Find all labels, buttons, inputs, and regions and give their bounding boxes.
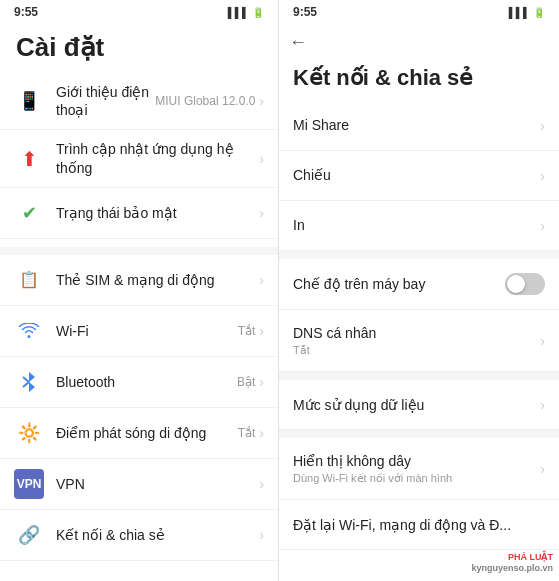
svg-line-0 (23, 377, 29, 382)
sim-label: Thẻ SIM & mạng di động (56, 271, 259, 289)
chevron-icon: › (259, 205, 264, 221)
separator-1 (0, 247, 278, 255)
connect-share-icon: 🔗 (14, 520, 44, 550)
sim-icon: 📋 (14, 265, 44, 295)
bluetooth-label: Bluetooth (56, 373, 237, 391)
toggle-knob (507, 275, 525, 293)
settings-section-2: 📋 Thẻ SIM & mạng di động › (0, 255, 278, 561)
settings-section-1: 📱 Giới thiệu điệnthoại MIUI Global 12.0.… (0, 73, 278, 239)
chevron-icon: › (540, 397, 545, 413)
chevron-icon: › (259, 323, 264, 339)
right-item-reset-wifi[interactable]: Đặt lại Wi-Fi, mạng di động và Đ... (279, 500, 559, 550)
chevron-icon: › (259, 374, 264, 390)
watermark-url: kynguyenso.plo.vn (471, 563, 553, 573)
right-item-print[interactable]: In › (279, 201, 559, 251)
connect-share-label: Kết nối & chia sẻ (56, 526, 259, 544)
airplane-label: Chế độ trên máy bay (293, 275, 505, 293)
settings-item-sim[interactable]: 📋 Thẻ SIM & mạng di động › (0, 255, 278, 306)
left-status-icons: ▌▌▌ 🔋 (228, 7, 264, 18)
wireless-label: Hiển thị không dây (293, 452, 540, 470)
right-separator-2 (279, 372, 559, 380)
right-item-dns[interactable]: DNS cá nhân Tắt › (279, 310, 559, 372)
wifi-status: Tắt (238, 324, 256, 338)
mi-share-label: Mi Share (293, 116, 540, 134)
back-button[interactable]: ← (289, 28, 315, 57)
right-signal-icon: ▌▌▌ (509, 7, 530, 18)
battery-icon: 🔋 (252, 7, 264, 18)
data-usage-label: Mức sử dụng dữ liệu (293, 396, 540, 414)
cast-label: Chiếu (293, 166, 540, 184)
page-title: Cài đặt (0, 24, 278, 73)
right-separator-1 (279, 251, 559, 259)
right-item-airplane[interactable]: Chế độ trên máy bay (279, 259, 559, 310)
settings-item-wifi[interactable]: Wi-Fi Tắt › (0, 306, 278, 357)
app-update-label: Trình cập nhật ứng dụng hệthống (56, 140, 259, 176)
hotspot-status: Tắt (238, 426, 256, 440)
hotspot-icon: 🔆 (14, 418, 44, 448)
print-label: In (293, 216, 540, 234)
vpn-label: VPN (56, 475, 259, 493)
security-icon: ✔ (14, 198, 44, 228)
settings-item-bluetooth[interactable]: Bluetooth Bật › (0, 357, 278, 408)
signal-icon: ▌▌▌ (228, 7, 249, 18)
right-separator-3 (279, 430, 559, 438)
chevron-icon: › (259, 527, 264, 543)
watermark: PHÁ LUẬT kynguyenso.plo.vn (471, 552, 553, 575)
right-item-data-usage[interactable]: Mức sử dụng dữ liệu › (279, 380, 559, 430)
chevron-icon: › (540, 118, 545, 134)
settings-item-security[interactable]: ✔ Trạng thái bảo mật › (0, 188, 278, 239)
right-item-mi-share[interactable]: Mi Share › (279, 101, 559, 151)
right-item-cast[interactable]: Chiếu › (279, 151, 559, 201)
right-status-bar: 9:55 ▌▌▌ 🔋 (279, 0, 559, 24)
vpn-icon: VPN (14, 469, 44, 499)
settings-list: 📱 Giới thiệu điệnthoại MIUI Global 12.0.… (0, 73, 278, 581)
settings-item-hotspot[interactable]: 🔆 Điểm phát sóng di động Tắt › (0, 408, 278, 459)
dns-label: DNS cá nhân (293, 324, 540, 342)
chevron-icon: › (540, 461, 545, 477)
settings-item-app-update[interactable]: ⬆ Trình cập nhật ứng dụng hệthống › (0, 130, 278, 187)
chevron-icon: › (540, 333, 545, 349)
left-time: 9:55 (14, 5, 38, 19)
right-header: ← (279, 24, 559, 61)
dns-sub: Tắt (293, 344, 540, 357)
wireless-sub: Dùng Wi-Fi kết nối với màn hình (293, 472, 540, 485)
svg-line-1 (23, 382, 29, 387)
phone-intro-label: Giới thiệu điệnthoại (56, 83, 155, 119)
watermark-brand: PHÁ LUẬT (508, 552, 553, 562)
settings-item-phone-intro[interactable]: 📱 Giới thiệu điệnthoại MIUI Global 12.0.… (0, 73, 278, 130)
security-label: Trạng thái bảo mật (56, 204, 259, 222)
phone-intro-value: MIUI Global 12.0.0 (155, 94, 255, 108)
wifi-icon (14, 316, 44, 346)
chevron-icon: › (540, 168, 545, 184)
right-title: Kết nối & chia sẻ (279, 61, 559, 101)
reset-wifi-label: Đặt lại Wi-Fi, mạng di động và Đ... (293, 516, 545, 534)
left-panel: 9:55 ▌▌▌ 🔋 Cài đặt 📱 Giới thiệu điệnthoạ… (0, 0, 279, 581)
phone-icon: 📱 (14, 86, 44, 116)
right-item-wireless[interactable]: Hiển thị không dây Dùng Wi-Fi kết nối vớ… (279, 438, 559, 500)
right-status-icons: ▌▌▌ 🔋 (509, 7, 545, 18)
wifi-label: Wi-Fi (56, 322, 238, 340)
chevron-icon: › (259, 93, 264, 109)
bluetooth-status: Bật (237, 375, 255, 389)
airplane-toggle[interactable] (505, 273, 545, 295)
settings-item-vpn[interactable]: VPN VPN › (0, 459, 278, 510)
chevron-icon: › (259, 272, 264, 288)
chevron-icon: › (540, 218, 545, 234)
right-panel: 9:55 ▌▌▌ 🔋 ← Kết nối & chia sẻ Mi Share … (279, 0, 559, 581)
right-time: 9:55 (293, 5, 317, 19)
update-icon: ⬆ (14, 144, 44, 174)
left-status-bar: 9:55 ▌▌▌ 🔋 (0, 0, 278, 24)
right-list: Mi Share › Chiếu › In › Chế độ trên máy … (279, 101, 559, 581)
right-battery-icon: 🔋 (533, 7, 545, 18)
hotspot-label: Điểm phát sóng di động (56, 424, 238, 442)
settings-item-connect-share[interactable]: 🔗 Kết nối & chia sẻ › (0, 510, 278, 561)
bluetooth-icon (14, 367, 44, 397)
chevron-icon: › (259, 476, 264, 492)
chevron-icon: › (259, 151, 264, 167)
chevron-icon: › (259, 425, 264, 441)
